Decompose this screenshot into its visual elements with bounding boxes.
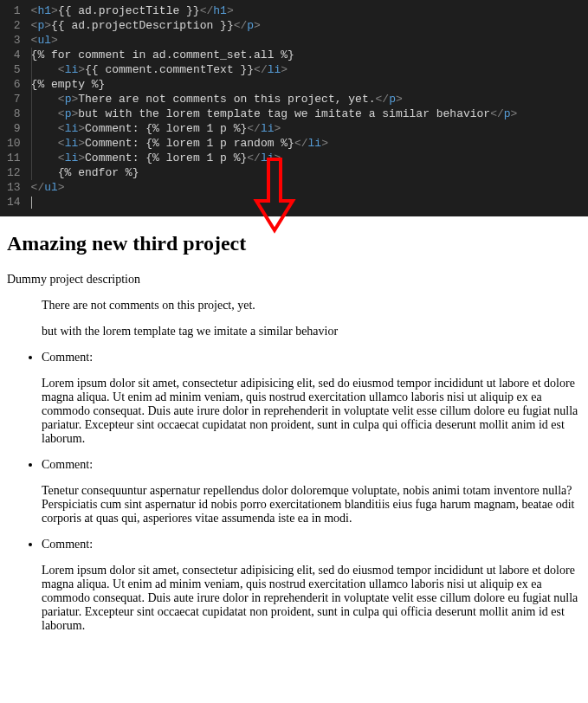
line-number: 11 xyxy=(7,151,21,165)
line-number: 8 xyxy=(7,106,21,121)
line-number: 10 xyxy=(7,136,21,151)
line-number: 4 xyxy=(7,48,21,62)
code-line[interactable]: </ul> xyxy=(31,180,588,195)
comment-label: Comment: xyxy=(42,351,583,364)
code-line[interactable]: <p>{{ ad.projectDescription }}</p> xyxy=(31,18,588,33)
comment-label: Comment: xyxy=(42,538,583,551)
code-line[interactable]: <li>Comment: {% lorem 1 p random %}</li> xyxy=(31,136,588,151)
code-line[interactable]: <li>Comment: {% lorem 1 p %}</li> xyxy=(31,121,588,136)
empty-message-1: There are not comments on this project, … xyxy=(42,299,583,313)
code-line[interactable]: <li>Comment: {% lorem 1 p %}</li> xyxy=(31,151,588,165)
line-number: 6 xyxy=(7,77,21,92)
line-number: 1 xyxy=(7,3,21,18)
comment-body: Lorem ipsum dolor sit amet, consectetur … xyxy=(42,377,583,446)
line-number: 5 xyxy=(7,62,21,77)
code-line[interactable]: <p>but with the lorem template tag we im… xyxy=(31,106,588,121)
arrow-down-icon xyxy=(253,156,296,234)
line-number: 12 xyxy=(7,165,21,180)
comment-body: Tenetur consequuntur aspernatur repellen… xyxy=(42,484,583,526)
list-item: Comment:Lorem ipsum dolor sit amet, cons… xyxy=(42,538,583,633)
line-number: 13 xyxy=(7,180,21,195)
rendered-output: Amazing new third project Dummy project … xyxy=(0,216,588,658)
code-line[interactable]: {% endfor %} xyxy=(31,165,588,180)
code-line[interactable]: <ul> xyxy=(31,33,588,48)
code-line[interactable]: <p>There are not comments on this projec… xyxy=(31,92,588,106)
line-number-gutter: 1234567891011121314 xyxy=(0,3,31,210)
code-line[interactable] xyxy=(31,195,588,210)
line-number: 3 xyxy=(7,33,21,48)
page-title: Amazing new third project xyxy=(7,232,583,255)
project-description: Dummy project description xyxy=(7,273,583,287)
code-line[interactable]: <li>{{ comment.commentText }}</li> xyxy=(31,62,588,77)
code-area[interactable]: <h1>{{ ad.projectTitle }}</h1><p>{{ ad.p… xyxy=(31,3,588,210)
line-number: 9 xyxy=(7,121,21,136)
empty-message-2: but with the lorem template tag we imita… xyxy=(42,325,583,339)
line-number: 2 xyxy=(7,18,21,33)
code-line[interactable]: {% for comment in ad.comment_set.all %} xyxy=(31,48,588,62)
list-item: Comment:Tenetur consequuntur aspernatur … xyxy=(42,458,583,526)
code-line[interactable]: <h1>{{ ad.projectTitle }}</h1> xyxy=(31,3,588,18)
line-number: 7 xyxy=(7,92,21,106)
comment-label: Comment: xyxy=(42,458,583,472)
code-line[interactable]: {% empty %} xyxy=(31,77,588,92)
comment-list: Comment:Lorem ipsum dolor sit amet, cons… xyxy=(7,351,583,633)
comment-body: Lorem ipsum dolor sit amet, consectetur … xyxy=(42,564,583,633)
list-item: Comment:Lorem ipsum dolor sit amet, cons… xyxy=(42,351,583,446)
line-number: 14 xyxy=(7,195,21,210)
